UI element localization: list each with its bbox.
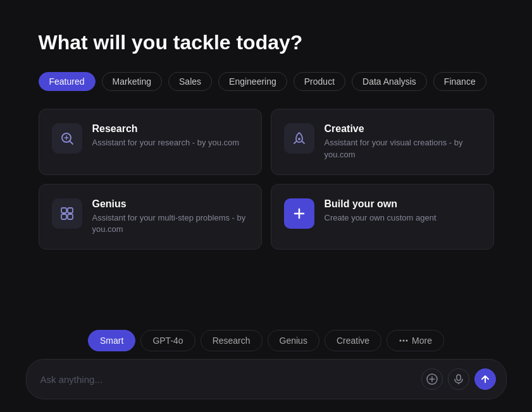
creative-card-title: Creative (325, 123, 481, 135)
filter-tabs: Featured Marketing Sales Engineering Pro… (39, 72, 494, 91)
mode-tab-research[interactable]: Research (201, 330, 263, 351)
mic-button[interactable] (448, 368, 469, 390)
mode-tabs: Smart GPT-4o Research Genius Creative Mo… (88, 330, 444, 351)
build-your-own-card-desc: Create your own custom agent (325, 212, 436, 224)
filter-tab-product[interactable]: Product (294, 72, 345, 91)
svg-rect-4 (61, 214, 66, 219)
creative-icon (284, 123, 314, 154)
mode-tab-creative[interactable]: Creative (325, 330, 381, 351)
creative-card-desc: Assistant for your visual creations - by… (325, 137, 481, 160)
card-build-your-own[interactable]: Build your own Create your own custom ag… (271, 184, 494, 250)
svg-point-7 (403, 340, 405, 342)
build-your-own-card-text: Build your own Create your own custom ag… (325, 198, 436, 224)
mode-tab-genius[interactable]: Genius (268, 330, 319, 351)
research-card-text: Research Assistant for your research - b… (92, 123, 240, 148)
svg-rect-5 (68, 214, 73, 219)
input-actions (421, 368, 496, 390)
ask-input[interactable] (40, 374, 415, 385)
svg-rect-10 (457, 375, 461, 380)
build-your-own-card-title: Build your own (325, 198, 436, 210)
bottom-bar: Smart GPT-4o Research Genius Creative Mo… (0, 330, 532, 412)
main-content: What will you tackle today? Featured Mar… (13, 0, 519, 330)
mode-tab-smart[interactable]: Smart (88, 330, 135, 351)
mode-tab-more[interactable]: More (387, 330, 444, 351)
svg-rect-3 (68, 208, 73, 213)
card-research[interactable]: Research Assistant for your research - b… (39, 109, 262, 174)
genius-card-desc: Assistant for your multi-step problems -… (92, 212, 249, 235)
svg-point-6 (400, 340, 402, 342)
add-button[interactable] (421, 368, 443, 390)
creative-card-text: Creative Assistant for your visual creat… (325, 123, 481, 160)
genius-card-title: Genius (92, 198, 249, 210)
genius-icon (52, 198, 82, 229)
cards-grid: Research Assistant for your research - b… (39, 109, 494, 250)
filter-tab-engineering[interactable]: Engineering (218, 72, 287, 91)
research-icon (52, 123, 82, 154)
research-card-desc: Assistant for your research - by you.com (92, 137, 240, 148)
svg-point-1 (298, 138, 300, 140)
filter-tab-data-analysis[interactable]: Data Analysis (352, 72, 427, 91)
svg-rect-2 (61, 208, 66, 213)
filter-tab-featured[interactable]: Featured (39, 72, 96, 91)
filter-tab-marketing[interactable]: Marketing (102, 72, 162, 91)
filter-tab-finance[interactable]: Finance (433, 72, 486, 91)
filter-tab-sales[interactable]: Sales (168, 72, 212, 91)
mode-tab-gpt4o[interactable]: GPT-4o (140, 330, 195, 351)
send-button[interactable] (474, 368, 496, 390)
card-creative[interactable]: Creative Assistant for your visual creat… (271, 109, 494, 174)
svg-point-8 (406, 340, 408, 342)
build-your-own-icon (284, 198, 314, 229)
genius-card-text: Genius Assistant for your multi-step pro… (92, 198, 249, 235)
research-card-title: Research (92, 123, 240, 135)
input-bar (26, 359, 507, 399)
page-title: What will you tackle today? (39, 30, 494, 54)
card-genius[interactable]: Genius Assistant for your multi-step pro… (39, 184, 262, 250)
